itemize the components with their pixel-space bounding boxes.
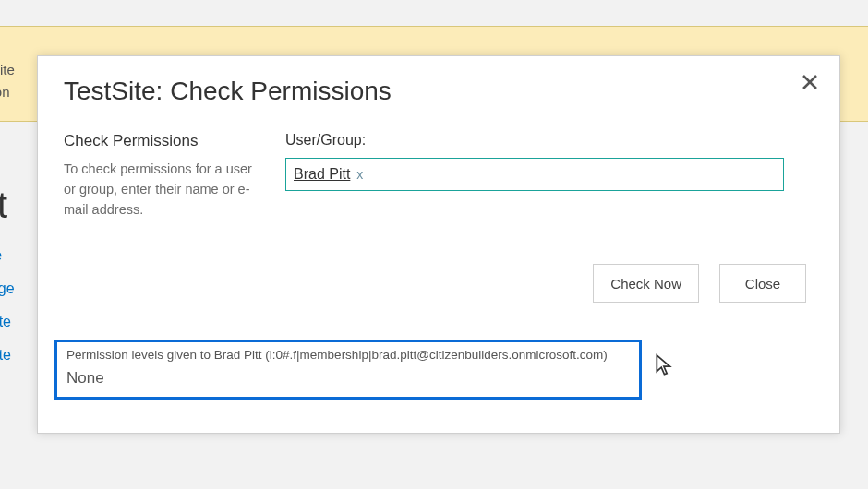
user-group-label: User/Group: [285, 132, 815, 149]
token-remove-icon[interactable]: x [356, 167, 363, 182]
form-right-column: User/Group: Brad Pitt x [285, 132, 815, 191]
nav-item[interactable]: nage [0, 280, 15, 297]
banner-text-line1: e site [0, 62, 15, 78]
close-button[interactable]: Close [719, 264, 806, 303]
form-left-column: Check Permissions To check permissions f… [64, 132, 258, 220]
permission-results-box: Permission levels given to Brad Pitt (i:… [54, 340, 642, 400]
results-header: Permission levels given to Brad Pitt (i:… [66, 348, 630, 362]
close-icon[interactable] [801, 73, 819, 95]
check-now-button[interactable]: Check Now [593, 264, 699, 303]
check-permissions-dialog: TestSite: Check Permissions Check Permis… [37, 55, 840, 434]
banner-text-line2: ation [0, 84, 10, 100]
user-group-input[interactable] [374, 161, 776, 187]
section-heading: Check Permissions [64, 132, 258, 150]
user-group-picker[interactable]: Brad Pitt x [285, 158, 784, 191]
nav-item[interactable]: tSite [0, 347, 15, 364]
nav-item[interactable]: tSite [0, 314, 15, 330]
cursor-icon [655, 353, 675, 381]
form-row: Check Permissions To check permissions f… [64, 132, 815, 220]
dialog-button-row: Check Now Close [64, 264, 815, 303]
left-nav: me nage tSite tSite [0, 247, 15, 380]
picker-token[interactable]: Brad Pitt [294, 165, 350, 184]
nav-item[interactable]: me [0, 247, 15, 264]
results-value: None [66, 369, 630, 388]
page-title-fragment: tt [0, 185, 7, 226]
dialog-title: TestSite: Check Permissions [64, 77, 815, 106]
help-text: To check permissions for a user or group… [64, 160, 258, 220]
